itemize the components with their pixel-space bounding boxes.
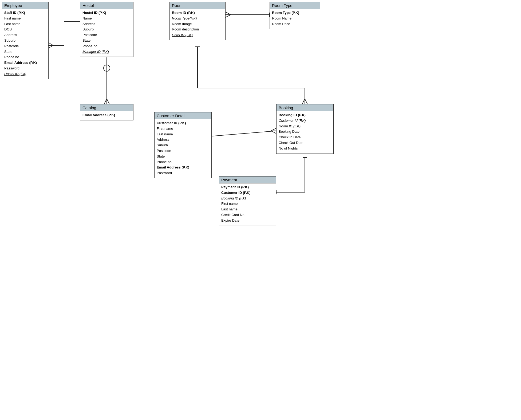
svg-line-14 [226,12,231,15]
booking-field-2: Room ID (F.K) [279,124,331,129]
employee-field-2: Last name [4,21,46,27]
svg-line-15 [226,15,231,17]
hostel-field-0: Hostel ID (P.K) [82,10,131,16]
entity-customerdetail: Customer Detail Customer ID (P.K) First … [154,112,212,178]
customerdetail-field-3: Address [157,137,209,143]
hostel-field-3: Suburb [82,27,131,32]
hostel-field-4: Postcode [82,32,131,38]
entity-room-body: Room ID (P.K) Room Type(F.K) Room Image … [170,9,225,40]
booking-field-1: Customer Id (F.K) [279,118,331,124]
entity-payment: Payment Payment ID (P.K) Customer ID (P.… [219,176,276,226]
booking-field-5: Check Out Date [279,140,331,146]
entity-payment-body: Payment ID (P.K) Customer ID (P.K) Booki… [219,183,276,226]
svg-line-25 [212,131,276,136]
entity-customerdetail-header: Customer Detail [155,112,211,119]
employee-field-0: Staff ID (P.K) [4,10,46,16]
room-field-1: Room Type(F.K) [172,16,223,21]
room-field-2: Room Image [172,21,223,27]
employee-field-5: Suburb [4,38,46,44]
customerdetail-field-0: Customer ID (P.K) [157,120,209,126]
svg-line-27 [271,128,276,131]
customerdetail-field-1: First name [157,126,209,132]
entity-roomtype-body: Room Type (P.K) Room Name Room Price [270,9,320,29]
svg-line-28 [271,131,276,134]
hostel-field-1: Name [82,16,131,21]
svg-point-9 [104,65,110,71]
svg-line-11 [107,99,109,104]
booking-field-6: No of Nights [279,146,331,151]
employee-field-4: Address [4,32,46,38]
svg-line-23 [305,99,307,104]
customerdetail-field-2: Last name [157,132,209,137]
employee-field-7: State [4,49,46,55]
customerdetail-field-5: Postcode [157,148,209,154]
entity-employee-header: Employee [2,2,48,9]
roomtype-field-0: Room Type (P.K) [272,10,318,16]
entity-employee: Employee Staff ID (P.K) First name Last … [2,2,49,79]
svg-line-22 [302,99,305,104]
customerdetail-field-9: Password [157,170,209,176]
employee-field-6: Postcode [4,44,46,49]
entity-room: Room Room ID (P.K) Room Type(F.K) Room I… [169,2,226,40]
booking-field-4: Check In Date [279,135,331,140]
payment-field-2: Booking ID (F.k) [221,196,274,201]
employee-field-11: Hostel ID (F.k) [4,71,46,77]
entity-booking-body: Booking ID (P.K) Customer Id (F.K) Room … [277,111,333,154]
catalog-field-0: Email Address (P.K) [82,112,131,118]
entity-booking: Booking Booking ID (P.K) Customer Id (F.… [276,104,334,154]
entity-roomtype-header: Room Type [270,2,320,9]
entity-hostel-header: Hostel [80,2,133,9]
customerdetail-field-4: Suburb [157,143,209,148]
entity-employee-body: Staff ID (P.K) First name Last name DOB … [2,9,48,79]
payment-field-6: Expire Date [221,218,274,223]
entity-booking-header: Booking [277,104,333,111]
customerdetail-field-7: Phone no [157,159,209,165]
hostel-field-2: Address [82,21,131,27]
employee-field-9: Email Address (P.K) [4,60,46,66]
customerdetail-field-6: State [157,154,209,159]
payment-field-0: Payment ID (P.K) [221,185,274,190]
employee-field-3: DOB [4,27,46,32]
svg-line-3 [49,43,53,45]
customerdetail-field-8: Email Address (P.K) [157,165,209,170]
entity-customerdetail-body: Customer ID (P.K) First name Last name A… [155,119,211,178]
roomtype-field-1: Room Name [272,16,318,21]
hostel-field-7: Manager ID (F.K) [82,49,131,55]
entity-payment-header: Payment [219,176,276,183]
roomtype-field-2: Room Price [272,21,318,27]
booking-field-3: Booking Date [279,129,331,135]
payment-field-4: Last name [221,207,274,212]
employee-field-10: Password [4,66,46,71]
room-field-0: Room ID (P.K) [172,10,223,16]
entity-catalog: Catalog Email Address (P.K) [80,104,133,120]
booking-field-0: Booking ID (P.K) [279,112,331,118]
employee-field-1: First name [4,16,46,21]
room-field-4: Hotel ID (F.K) [172,32,223,38]
payment-field-1: Customer ID (P.K) [221,190,274,196]
hostel-field-5: State [82,38,131,44]
svg-line-4 [49,45,53,48]
entity-roomtype: Room Type Room Type (P.K) Room Name Room… [270,2,320,29]
employee-field-8: Phone no [4,54,46,60]
entity-catalog-body: Email Address (P.K) [80,111,133,120]
room-field-3: Room description [172,27,223,32]
entity-catalog-header: Catalog [80,104,133,111]
entity-hostel: Hostel Hostel ID (P.K) Name Address Subu… [80,2,133,57]
entity-hostel-body: Hostel ID (P.K) Name Address Suburb Post… [80,9,133,57]
hostel-field-6: Phone no [82,44,131,49]
payment-field-3: First name [221,201,274,207]
entity-room-header: Room [170,2,225,9]
payment-field-5: Credit Card No [221,212,274,218]
svg-line-10 [104,99,107,104]
